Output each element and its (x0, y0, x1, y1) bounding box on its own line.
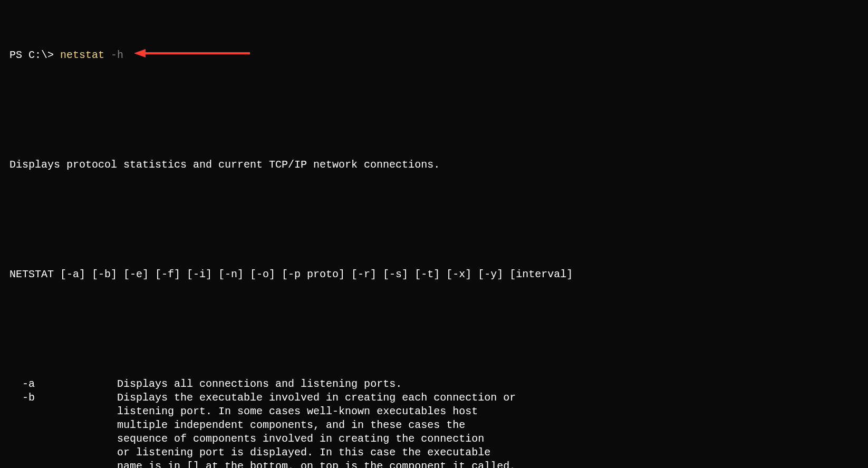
option-flag (22, 405, 117, 418)
svg-marker-1 (134, 49, 146, 57)
blank-line (9, 213, 859, 227)
option-flag: -b (22, 391, 117, 405)
command-arg: -h (104, 49, 123, 61)
option-row-continuation: multiple independent components, and in … (9, 418, 859, 432)
option-indent (9, 405, 22, 418)
option-row-continuation: sequence of components involved in creat… (9, 432, 859, 446)
annotation-arrow-icon (134, 48, 250, 62)
option-row-continuation: or listening port is displayed. In this … (9, 446, 859, 460)
option-row: -b Displays the executable involved in c… (9, 391, 859, 405)
option-description: listening port. In some cases well-known… (117, 405, 478, 418)
option-indent (9, 446, 22, 460)
option-flag: -a (22, 377, 117, 391)
option-indent (9, 377, 22, 391)
prompt-line: PS C:\> netstat -h (9, 48, 859, 62)
option-row: -a Displays all connections and listenin… (9, 377, 859, 391)
option-description: Displays all connections and listening p… (117, 377, 402, 391)
option-indent (9, 418, 22, 432)
option-indent (9, 460, 22, 468)
option-indent (9, 391, 22, 405)
option-indent (9, 432, 22, 446)
usage-line: NETSTAT [-a] [-b] [-e] [-f] [-i] [-n] [-… (9, 268, 859, 281)
help-description: Displays protocol statistics and current… (9, 158, 859, 172)
option-flag (22, 432, 117, 446)
blank-line (9, 103, 859, 117)
option-flag (22, 446, 117, 460)
prompt-prefix: PS C:\> (9, 49, 60, 61)
blank-line (9, 323, 859, 336)
option-description: multiple independent components, and in … (117, 418, 465, 432)
option-description: name is in [] at the bottom, on top is t… (117, 460, 516, 468)
command-name: netstat (60, 49, 104, 61)
option-flag (22, 418, 117, 432)
option-row-continuation: listening port. In some cases well-known… (9, 405, 859, 418)
options-list: -a Displays all connections and listenin… (9, 377, 859, 468)
option-description: Displays the executable involved in crea… (117, 391, 516, 405)
option-description: sequence of components involved in creat… (117, 432, 484, 446)
terminal-output[interactable]: PS C:\> netstat -h Displays protocol sta… (0, 0, 868, 468)
option-description: or listening port is displayed. In this … (117, 446, 490, 460)
option-row-continuation: name is in [] at the bottom, on top is t… (9, 460, 859, 468)
option-flag (22, 460, 117, 468)
